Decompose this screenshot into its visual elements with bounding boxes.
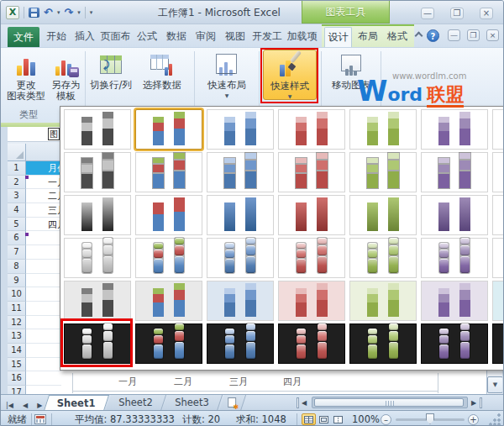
redo-dropdown-icon[interactable]: ▾ bbox=[77, 9, 81, 16]
chart-style-29[interactable] bbox=[349, 238, 417, 278]
row-header-13[interactable]: 13 bbox=[8, 329, 26, 344]
workbook-restore-button[interactable]: ❐ bbox=[467, 29, 480, 41]
chart-style-1[interactable] bbox=[64, 109, 131, 150]
cell-A4[interactable]: 三月 bbox=[26, 203, 61, 218]
normal-view-icon[interactable] bbox=[302, 413, 316, 425]
cell-A8[interactable] bbox=[26, 260, 61, 274]
chart-style-38[interactable] bbox=[421, 281, 488, 321]
tab-插入[interactable]: 插入 bbox=[72, 27, 97, 47]
row-header-2[interactable]: 2 bbox=[8, 176, 26, 190]
row-header-4[interactable]: 4 bbox=[8, 203, 26, 218]
zoom-in-icon[interactable]: + bbox=[468, 414, 479, 425]
row-header-8[interactable]: 8 bbox=[8, 260, 26, 274]
chart-style-25[interactable] bbox=[64, 238, 131, 278]
zoom-slider-thumb[interactable] bbox=[426, 413, 434, 424]
tab-split-handle[interactable] bbox=[480, 397, 482, 408]
horizontal-scrollbar[interactable] bbox=[312, 397, 468, 408]
hscroll-thumb[interactable] bbox=[314, 398, 464, 407]
hscroll-right-icon[interactable]: ▶ bbox=[471, 397, 476, 409]
window-close-button[interactable]: × bbox=[480, 8, 493, 19]
chart-style-20[interactable] bbox=[278, 195, 345, 235]
row-header-5[interactable]: 5 bbox=[8, 218, 26, 232]
chart-style-21[interactable] bbox=[349, 195, 417, 235]
chart-style-45[interactable] bbox=[349, 323, 417, 364]
scroll-down-icon[interactable]: ▼ bbox=[487, 376, 503, 393]
tab-加载项[interactable]: 加载项 bbox=[286, 27, 318, 47]
chart-style-35[interactable] bbox=[207, 281, 274, 321]
row-header-14[interactable]: 14 bbox=[8, 344, 26, 358]
chart-style-47[interactable] bbox=[492, 323, 504, 364]
chart-style-10[interactable] bbox=[135, 152, 202, 192]
chart-style-37[interactable] bbox=[349, 281, 417, 321]
excel-logo-icon[interactable]: X bbox=[6, 6, 19, 19]
cell-A14[interactable] bbox=[26, 344, 61, 358]
row-header-3[interactable]: 3 bbox=[8, 189, 26, 203]
tab-split-handle[interactable] bbox=[297, 397, 299, 408]
hscroll-left-icon[interactable]: ◀ bbox=[302, 397, 307, 409]
chart-style-6[interactable] bbox=[421, 109, 488, 150]
zoom-out-icon[interactable]: – bbox=[381, 414, 391, 425]
customize-qat-icon[interactable]: ▾ bbox=[90, 9, 93, 16]
sheet-tab-Sheet1[interactable]: Sheet1 bbox=[44, 395, 109, 411]
cell-A16[interactable] bbox=[26, 371, 61, 386]
quick-layout-dropdown-icon[interactable]: ▼ bbox=[225, 92, 229, 98]
insert-worksheet-tab[interactable] bbox=[219, 395, 246, 411]
tab-数据[interactable]: 数据 bbox=[163, 27, 190, 47]
select-data-button[interactable]: 选择数据 bbox=[136, 50, 188, 91]
save-as-template-button[interactable]: 另存为模板 bbox=[47, 50, 85, 102]
page-break-view-icon[interactable] bbox=[331, 413, 345, 425]
chart-style-14[interactable] bbox=[421, 152, 488, 192]
worksheet-grid[interactable]: 1月份2一月3二月4三月5四月67891011121314151617 bbox=[8, 161, 61, 394]
tab-页面布[interactable]: 页面布 bbox=[100, 27, 131, 47]
row-header-7[interactable]: 7 bbox=[8, 245, 26, 260]
tab-设计[interactable]: 设计 bbox=[324, 27, 352, 47]
row-header-1[interactable]: 1 bbox=[8, 161, 26, 176]
chart-style-2[interactable] bbox=[135, 109, 202, 150]
tab-开始[interactable]: 开始 bbox=[43, 27, 70, 47]
cell-A6[interactable] bbox=[26, 231, 61, 245]
chart-style-28[interactable] bbox=[278, 238, 345, 278]
select-all-corner[interactable] bbox=[8, 144, 26, 160]
chart-style-36[interactable] bbox=[278, 281, 345, 321]
cell-A3[interactable]: 二月 bbox=[26, 189, 61, 203]
row-header-15[interactable]: 15 bbox=[8, 358, 26, 372]
chart-style-44[interactable] bbox=[278, 323, 345, 364]
chart-style-26[interactable] bbox=[135, 238, 202, 278]
chart-style-43[interactable] bbox=[207, 323, 274, 364]
sheet-tab-Sheet2[interactable]: Sheet2 bbox=[105, 395, 165, 411]
tab-布局[interactable]: 布局 bbox=[354, 27, 381, 47]
row-header-16[interactable]: 16 bbox=[8, 371, 26, 386]
change-chart-type-button[interactable]: 更改图表类型 bbox=[6, 50, 46, 102]
cell-A7[interactable] bbox=[26, 245, 61, 260]
redo-icon[interactable]: ↷ bbox=[64, 6, 73, 19]
sheet-tab-Sheet3[interactable]: Sheet3 bbox=[162, 395, 223, 411]
save-icon[interactable] bbox=[29, 8, 39, 18]
chart-style-23[interactable] bbox=[492, 195, 504, 235]
tab-视图[interactable]: 视图 bbox=[222, 27, 249, 47]
cell-A1[interactable]: 月份 bbox=[26, 161, 61, 176]
row-header-10[interactable]: 10 bbox=[8, 287, 26, 302]
cell-A13[interactable] bbox=[26, 329, 61, 344]
chart-style-12[interactable] bbox=[278, 152, 345, 192]
undo-dropdown-icon[interactable]: ▾ bbox=[57, 9, 60, 16]
chart-style-27[interactable] bbox=[207, 238, 274, 278]
chart-style-31[interactable] bbox=[492, 238, 504, 278]
cell-A11[interactable] bbox=[26, 302, 61, 316]
tab-文件[interactable]: 文件 bbox=[8, 27, 39, 47]
chart-style-39[interactable] bbox=[492, 281, 504, 321]
chart-style-17[interactable] bbox=[64, 195, 131, 235]
collapse-ribbon-icon[interactable] bbox=[414, 32, 423, 39]
cell-A12[interactable] bbox=[26, 316, 61, 330]
chart-style-4[interactable] bbox=[278, 109, 345, 150]
zoom-level[interactable]: 100% bbox=[352, 413, 380, 425]
window-restore-button[interactable]: ❐ bbox=[450, 8, 464, 19]
chart-style-46[interactable] bbox=[421, 323, 488, 364]
tab-审阅[interactable]: 审阅 bbox=[192, 27, 219, 47]
chart-style-30[interactable] bbox=[421, 238, 488, 278]
cell-A17[interactable] bbox=[26, 386, 61, 394]
tab-公式[interactable]: 公式 bbox=[134, 27, 160, 47]
cell-A9[interactable] bbox=[26, 274, 61, 288]
switch-row-column-button[interactable]: ⤸切换行/列 bbox=[87, 50, 134, 91]
cell-A15[interactable] bbox=[26, 358, 61, 372]
workbook-close-button[interactable]: × bbox=[486, 29, 499, 41]
